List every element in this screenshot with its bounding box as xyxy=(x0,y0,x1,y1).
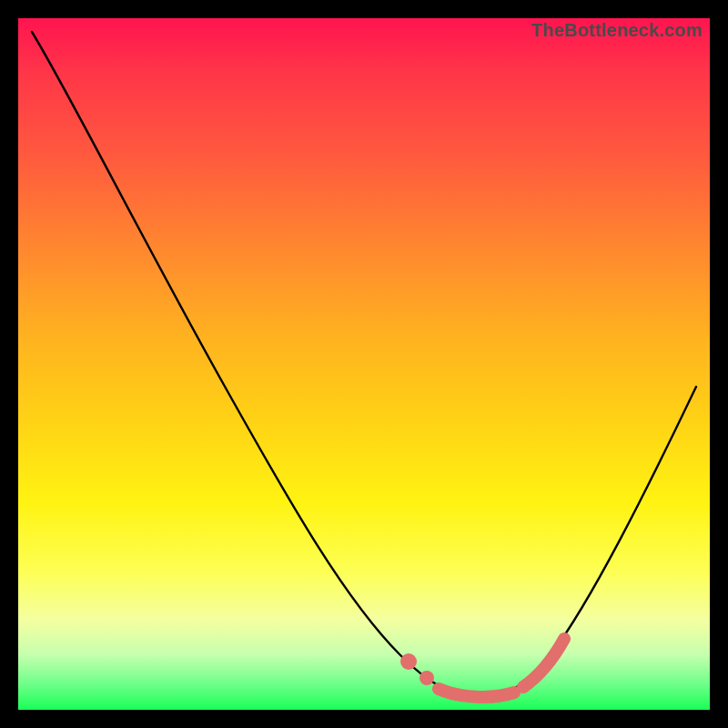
chart-frame: TheBottleneck.com xyxy=(18,18,710,710)
gradient-background xyxy=(18,18,710,710)
watermark-text: TheBottleneck.com xyxy=(531,20,703,41)
